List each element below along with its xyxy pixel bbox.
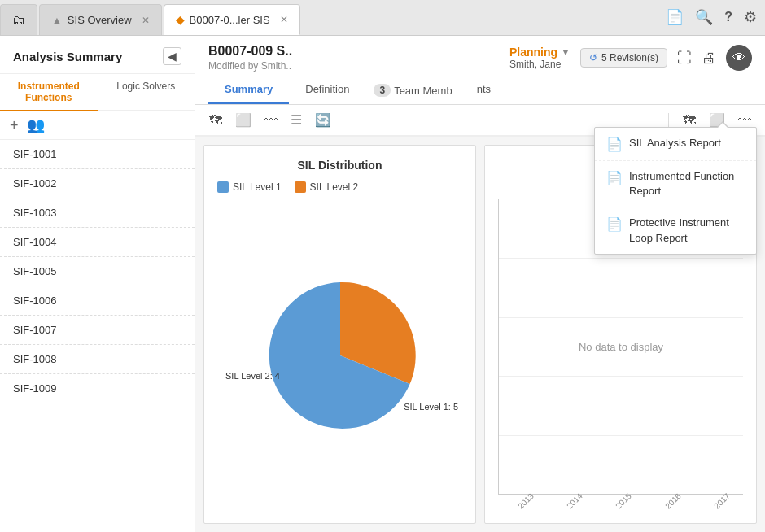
revisions-count: 5 Revision(s) xyxy=(601,52,658,63)
main-container: Analysis Summary ◀ Instrumented Function… xyxy=(0,36,765,532)
report-icon: 📄 xyxy=(606,216,623,232)
sidebar-item[interactable]: SIF-1006 xyxy=(0,286,195,316)
grid-line-3 xyxy=(499,376,743,377)
report-icon: 📄 xyxy=(606,170,623,185)
dropdown-item-sil-analysis-report[interactable]: 📄 SIL Analysis Report xyxy=(595,128,756,161)
doc-icon[interactable]: 📄 xyxy=(666,8,684,26)
toolbar-separator xyxy=(668,113,669,128)
bar-chart-labels: 20132014201520162017 xyxy=(498,495,743,510)
help-icon[interactable]: ? xyxy=(724,10,732,24)
sidebar-item[interactable]: SIF-1007 xyxy=(0,316,195,345)
report-icon: 📄 xyxy=(606,137,623,152)
dropdown-item-protective-instrument-loop-report[interactable]: 📄 Protective Instrument Loop Report xyxy=(595,207,756,253)
sis-close-icon[interactable]: ✕ xyxy=(142,15,150,26)
legend-sil2-label: SIL Level 2 xyxy=(310,181,359,193)
content-header-top: B0007-009 S.. Modified by Smith.. Planni… xyxy=(208,44,752,72)
tab-bar: 🗂 ▲ SIS Overview ✕ ◆ B0007-0...ler SIS ✕… xyxy=(0,0,765,36)
pie-container: SIL Level 2: 4 SIL Level 1: 5 xyxy=(217,201,462,510)
toolbar-icon-1[interactable]: ⛶ xyxy=(677,50,692,67)
legend-sil2-color xyxy=(295,181,306,193)
tab-team-members[interactable]: 3 Team Memb xyxy=(365,77,460,103)
header-right: Planning ▼ Smith, Jane ↺ 5 Revision(s) ⛶… xyxy=(509,45,752,71)
b0007-icon: ◆ xyxy=(176,13,185,26)
sidebar-actions: + 👥 xyxy=(0,111,195,140)
sidebar-item[interactable]: SIF-1001 xyxy=(0,140,195,169)
dropdown-item-label: Instrumented Function Report xyxy=(629,169,745,198)
content-tabs: Summary Definition 3 Team Memb nts xyxy=(208,76,752,104)
sidebar-title: Analysis Summary xyxy=(13,50,122,63)
sidebar-item[interactable]: SIF-1008 xyxy=(0,345,195,374)
sis-icon: ▲ xyxy=(51,14,63,27)
view-toggle-button[interactable]: 👥 xyxy=(27,116,45,134)
sil1-annotation: SIL Level 1: 5 xyxy=(404,402,458,412)
team-count: 3 xyxy=(374,84,391,97)
pie-chart-svg xyxy=(259,274,422,437)
sidebar-item[interactable]: SIF-1003 xyxy=(0,198,195,228)
sidebar-tabs: Instrumented Functions Logic Solvers xyxy=(0,74,195,111)
sis-overview-label: SIS Overview xyxy=(68,14,132,26)
legend-sil1-color xyxy=(217,181,229,193)
chevron-down-icon[interactable]: ▼ xyxy=(561,46,570,58)
tab-summary[interactable]: Summary xyxy=(208,76,289,104)
grid-line-4 xyxy=(499,435,743,436)
planning-status: Planning ▼ Smith, Jane xyxy=(509,46,570,70)
settings-icon[interactable]: ⚙ xyxy=(744,8,757,26)
dropdown-item-label: SIL Analysis Report xyxy=(629,136,721,150)
b0007-label: B0007-0...ler SIS xyxy=(190,14,270,26)
revisions-icon: ↺ xyxy=(589,52,597,63)
legend-sil2: SIL Level 2 xyxy=(295,181,359,193)
dropdown-menu: 📄 SIL Analysis Report 📄 Instrumented Fun… xyxy=(594,127,757,255)
doc-subtitle: Modified by Smith.. xyxy=(208,60,292,72)
dropdown-item-label: Protective Instrument Loop Report xyxy=(629,216,745,245)
toolbar-refresh-btn[interactable]: 🔄 xyxy=(311,110,335,130)
tab-definition[interactable]: Definition xyxy=(289,76,365,104)
team-members-label: Team Memb xyxy=(394,85,452,97)
dropdown-item-instrumented-function-report[interactable]: 📄 Instrumented Function Report xyxy=(595,161,756,207)
toolbar-list-btn[interactable]: ☰ xyxy=(286,110,306,130)
status-user: Smith, Jane xyxy=(509,59,570,70)
sidebar-collapse-btn[interactable]: ◀ xyxy=(163,47,181,65)
sidebar: Analysis Summary ◀ Instrumented Function… xyxy=(0,36,195,532)
legend-sil1-label: SIL Level 1 xyxy=(233,181,282,193)
sil-legend: SIL Level 1 SIL Level 2 xyxy=(217,181,462,193)
print-icon[interactable]: 🖨 xyxy=(702,50,716,67)
legend-sil1: SIL Level 1 xyxy=(217,181,282,193)
dropdown-arrow-inner xyxy=(717,123,728,129)
no-data-text: No data to display xyxy=(579,341,663,353)
sidebar-tab-instrumented-functions[interactable]: Instrumented Functions xyxy=(0,74,98,111)
dashboard-icon: 🗂 xyxy=(12,13,25,28)
revisions-button[interactable]: ↺ 5 Revision(s) xyxy=(580,48,667,68)
grid-line-2 xyxy=(499,317,743,318)
toolbar-wave-btn[interactable]: 〰 xyxy=(260,111,282,130)
grid-line-1 xyxy=(499,258,743,259)
tab-sis-overview[interactable]: ▲ SIS Overview ✕ xyxy=(39,4,162,35)
content-panel: B0007-009 S.. Modified by Smith.. Planni… xyxy=(195,36,765,532)
sidebar-tab-logic-solvers[interactable]: Logic Solvers xyxy=(98,74,195,110)
sidebar-item[interactable]: SIF-1005 xyxy=(0,257,195,286)
sidebar-item[interactable]: SIF-1002 xyxy=(0,169,195,198)
tab-nts[interactable]: nts xyxy=(461,76,507,104)
tab-bar-actions: 📄 🔍 ? ⚙ xyxy=(666,0,765,35)
sidebar-list: SIF-1001SIF-1002SIF-1003SIF-1004SIF-1005… xyxy=(0,140,195,532)
tab-dashboard[interactable]: 🗂 xyxy=(0,4,37,35)
add-item-button[interactable]: + xyxy=(10,117,19,134)
sil-chart-title: SIL Distribution xyxy=(217,159,462,172)
sil2-annotation: SIL Level 2: 4 xyxy=(225,371,280,381)
sidebar-item[interactable]: SIF-1009 xyxy=(0,374,195,403)
eye-button[interactable]: 👁 xyxy=(726,45,752,71)
status-badge[interactable]: Planning xyxy=(509,46,557,59)
sidebar-header: Analysis Summary ◀ xyxy=(0,36,195,74)
b0007-close-icon[interactable]: ✕ xyxy=(280,14,288,25)
sil-distribution-chart: SIL Distribution SIL Level 1 SIL Level 2 xyxy=(203,145,476,524)
doc-info: B0007-009 S.. Modified by Smith.. xyxy=(208,44,292,72)
content-header: B0007-009 S.. Modified by Smith.. Planni… xyxy=(195,36,765,105)
tab-b0007[interactable]: ◆ B0007-0...ler SIS ✕ xyxy=(164,4,300,35)
search-icon[interactable]: 🔍 xyxy=(695,8,713,26)
toolbar-rect-btn[interactable]: ⬜ xyxy=(231,110,256,130)
sidebar-item[interactable]: SIF-1004 xyxy=(0,228,195,257)
toolbar-map-btn[interactable]: 🗺 xyxy=(205,111,226,130)
doc-title: B0007-009 S.. xyxy=(208,44,292,59)
